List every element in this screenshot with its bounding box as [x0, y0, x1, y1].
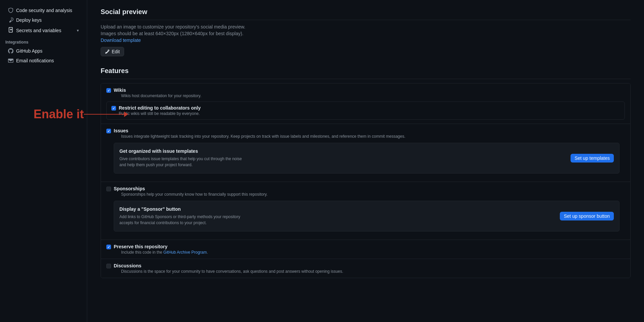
sidebar-item-github-apps[interactable]: GitHub Apps: [3, 46, 84, 56]
edit-button-label: Edit: [112, 49, 120, 54]
discussions-checkbox[interactable]: [106, 264, 111, 268]
sidebar-item-secrets-variables[interactable]: Secrets and variables ▾: [3, 25, 84, 36]
preserve-desc: Include this code in the GitHub Archive …: [121, 250, 208, 255]
sidebar-item-deploy-keys[interactable]: Deploy keys: [3, 15, 84, 25]
edit-button[interactable]: Edit: [101, 47, 124, 56]
chevron-down-icon: ▾: [77, 28, 79, 33]
sidebar-item-label: Email notifications: [16, 58, 54, 63]
pencil-icon: [105, 49, 110, 54]
sidebar-item-label: Secrets and variables: [16, 28, 61, 33]
wikis-name: Wikis: [114, 87, 201, 93]
restrict-editing-desc: Public wikis will still be readable by e…: [119, 111, 201, 116]
issue-templates-card-title: Get organized with issue templates: [119, 148, 247, 154]
restrict-editing-name: Restrict editing to collaborators only: [119, 105, 201, 111]
mail-icon: [8, 58, 13, 63]
sidebar-item-label: Deploy keys: [16, 17, 42, 23]
restrict-editing-checkbox[interactable]: [111, 106, 116, 111]
plus-square-icon: [8, 27, 13, 34]
features-title: Features: [101, 67, 631, 79]
integrations-section-label: Integrations: [0, 36, 87, 46]
sidebar-item-email-notifications[interactable]: Email notifications: [3, 56, 84, 65]
issues-checkbox[interactable]: [106, 129, 111, 133]
wikis-checkbox[interactable]: [106, 88, 111, 93]
github-archive-link[interactable]: GitHub Archive Program: [163, 250, 207, 255]
sponsor-button-card: Display a "Sponsor" button Add links to …: [114, 201, 620, 232]
discussions-name: Discussions: [114, 263, 343, 268]
preserve-checkbox[interactable]: [106, 245, 111, 249]
feature-issues: Issues Issues integrate lightweight task…: [101, 124, 630, 182]
sponsorships-checkbox[interactable]: [106, 187, 111, 191]
github-icon: [8, 48, 13, 54]
issue-templates-card-desc: Give contributors issue templates that h…: [119, 156, 247, 168]
issues-desc: Issues integrate lightweight task tracki…: [121, 134, 406, 139]
issue-templates-card: Get organized with issue templates Give …: [114, 143, 620, 174]
social-preview-desc2: Images should be at least 640×320px (128…: [101, 31, 631, 36]
sidebar: Code security and analysis Deploy keys S…: [0, 0, 87, 322]
feature-preserve: Preserve this repository Include this co…: [101, 240, 630, 259]
sidebar-item-label: Code security and analysis: [16, 8, 72, 13]
features-container: Wikis Wikis host documentation for your …: [101, 83, 631, 278]
social-preview-desc1: Upload an image to customize your reposi…: [101, 24, 631, 29]
wikis-restrict-editing-container: Restrict editing to collaborators only P…: [106, 102, 625, 120]
feature-sponsorships: Sponsorships Sponsorships help your comm…: [101, 182, 630, 240]
sponsor-button-card-title: Display a "Sponsor" button: [119, 206, 247, 212]
wikis-desc: Wikis host documentation for your reposi…: [121, 93, 201, 98]
download-template-link[interactable]: Download template: [101, 38, 141, 43]
key-icon: [8, 17, 13, 23]
feature-wikis: Wikis Wikis host documentation for your …: [101, 83, 630, 124]
issues-name: Issues: [114, 128, 406, 133]
feature-discussions: Discussions Discussions is the space for…: [101, 259, 630, 278]
sponsorships-desc: Sponsorships help your community know ho…: [121, 192, 268, 197]
set-up-sponsor-button[interactable]: Set up sponsor button: [560, 212, 614, 220]
sponsorships-name: Sponsorships: [114, 186, 268, 191]
set-up-templates-button[interactable]: Set up templates: [571, 154, 614, 163]
sidebar-item-label: GitHub Apps: [16, 48, 43, 54]
sponsor-button-card-desc: Add links to GitHub Sponsors or third-pa…: [119, 214, 247, 226]
sidebar-item-code-security[interactable]: Code security and analysis: [3, 6, 84, 15]
main-content: Social preview Upload an image to custom…: [87, 0, 644, 322]
discussions-desc: Discussions is the space for your commun…: [121, 269, 343, 274]
preserve-name: Preserve this repository: [114, 244, 208, 249]
shield-icon: [8, 8, 13, 13]
social-preview-title: Social preview: [101, 8, 631, 20]
